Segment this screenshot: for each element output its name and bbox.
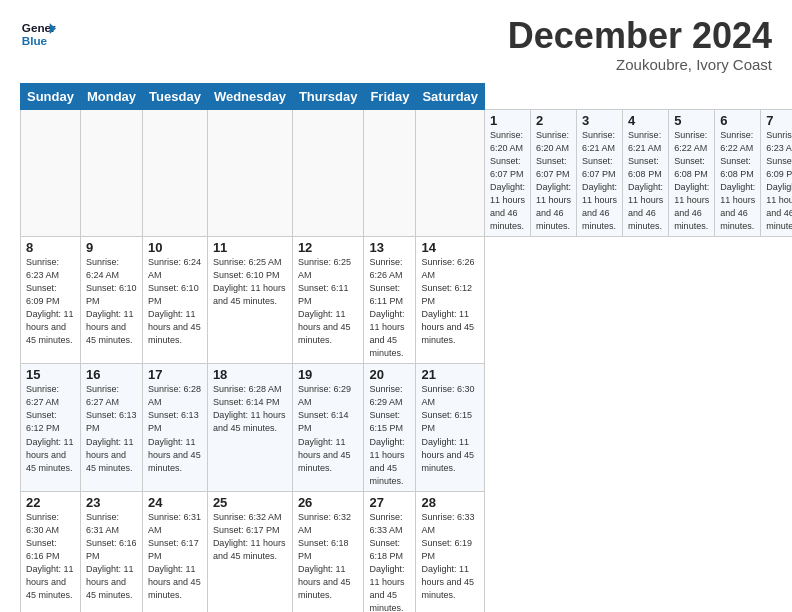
day-number: 27 (369, 495, 410, 510)
day-info: Sunrise: 6:24 AM Sunset: 6:10 PM Dayligh… (86, 256, 137, 347)
calendar-cell: 15Sunrise: 6:27 AM Sunset: 6:12 PM Dayli… (21, 364, 81, 491)
day-number: 8 (26, 240, 75, 255)
day-number: 24 (148, 495, 202, 510)
day-info: Sunrise: 6:20 AM Sunset: 6:07 PM Dayligh… (490, 129, 525, 233)
day-number: 22 (26, 495, 75, 510)
col-monday: Monday (80, 83, 142, 109)
calendar-cell: 12Sunrise: 6:25 AM Sunset: 6:11 PM Dayli… (292, 236, 364, 363)
day-number: 11 (213, 240, 287, 255)
day-number: 6 (720, 113, 755, 128)
calendar-cell (292, 109, 364, 236)
calendar-cell: 17Sunrise: 6:28 AM Sunset: 6:13 PM Dayli… (143, 364, 208, 491)
calendar-cell: 14Sunrise: 6:26 AM Sunset: 6:12 PM Dayli… (416, 236, 485, 363)
calendar-cell: 5Sunrise: 6:22 AM Sunset: 6:08 PM Daylig… (669, 109, 715, 236)
day-number: 17 (148, 367, 202, 382)
page: General Blue December 2024 Zoukoubre, Iv… (0, 0, 792, 612)
calendar-cell (416, 109, 485, 236)
day-info: Sunrise: 6:23 AM Sunset: 6:09 PM Dayligh… (26, 256, 75, 347)
day-info: Sunrise: 6:33 AM Sunset: 6:19 PM Dayligh… (421, 511, 479, 602)
calendar-cell: 22Sunrise: 6:30 AM Sunset: 6:16 PM Dayli… (21, 491, 81, 612)
day-number: 28 (421, 495, 479, 510)
calendar-cell: 9Sunrise: 6:24 AM Sunset: 6:10 PM Daylig… (80, 236, 142, 363)
day-number: 2 (536, 113, 571, 128)
calendar-cell: 11Sunrise: 6:25 AM Sunset: 6:10 PM Dayli… (207, 236, 292, 363)
day-number: 1 (490, 113, 525, 128)
calendar-week-3: 15Sunrise: 6:27 AM Sunset: 6:12 PM Dayli… (21, 364, 793, 491)
col-saturday: Saturday (416, 83, 485, 109)
calendar-cell: 25Sunrise: 6:32 AM Sunset: 6:17 PM Dayli… (207, 491, 292, 612)
calendar-cell: 13Sunrise: 6:26 AM Sunset: 6:11 PM Dayli… (364, 236, 416, 363)
col-tuesday: Tuesday (143, 83, 208, 109)
day-info: Sunrise: 6:27 AM Sunset: 6:13 PM Dayligh… (86, 383, 137, 474)
calendar-cell: 7Sunrise: 6:23 AM Sunset: 6:09 PM Daylig… (761, 109, 792, 236)
day-info: Sunrise: 6:30 AM Sunset: 6:15 PM Dayligh… (421, 383, 479, 474)
calendar-cell (80, 109, 142, 236)
calendar-cell: 1Sunrise: 6:20 AM Sunset: 6:07 PM Daylig… (485, 109, 531, 236)
calendar-cell: 10Sunrise: 6:24 AM Sunset: 6:10 PM Dayli… (143, 236, 208, 363)
col-wednesday: Wednesday (207, 83, 292, 109)
col-friday: Friday (364, 83, 416, 109)
day-info: Sunrise: 6:32 AM Sunset: 6:18 PM Dayligh… (298, 511, 359, 602)
calendar-cell: 21Sunrise: 6:30 AM Sunset: 6:15 PM Dayli… (416, 364, 485, 491)
day-info: Sunrise: 6:20 AM Sunset: 6:07 PM Dayligh… (536, 129, 571, 233)
day-number: 18 (213, 367, 287, 382)
calendar-week-2: 8Sunrise: 6:23 AM Sunset: 6:09 PM Daylig… (21, 236, 793, 363)
day-info: Sunrise: 6:29 AM Sunset: 6:14 PM Dayligh… (298, 383, 359, 474)
day-info: Sunrise: 6:28 AM Sunset: 6:14 PM Dayligh… (213, 383, 287, 435)
calendar-cell (21, 109, 81, 236)
title-block: December 2024 Zoukoubre, Ivory Coast (508, 16, 772, 73)
day-number: 16 (86, 367, 137, 382)
day-info: Sunrise: 6:26 AM Sunset: 6:12 PM Dayligh… (421, 256, 479, 347)
day-info: Sunrise: 6:26 AM Sunset: 6:11 PM Dayligh… (369, 256, 410, 360)
col-thursday: Thursday (292, 83, 364, 109)
day-number: 14 (421, 240, 479, 255)
calendar-cell (143, 109, 208, 236)
day-number: 25 (213, 495, 287, 510)
location: Zoukoubre, Ivory Coast (508, 56, 772, 73)
calendar-cell: 27Sunrise: 6:33 AM Sunset: 6:18 PM Dayli… (364, 491, 416, 612)
logo-icon: General Blue (20, 16, 56, 52)
day-info: Sunrise: 6:30 AM Sunset: 6:16 PM Dayligh… (26, 511, 75, 602)
col-sunday: Sunday (21, 83, 81, 109)
month-title: December 2024 (508, 16, 772, 56)
calendar-cell: 20Sunrise: 6:29 AM Sunset: 6:15 PM Dayli… (364, 364, 416, 491)
day-number: 21 (421, 367, 479, 382)
day-number: 23 (86, 495, 137, 510)
day-number: 20 (369, 367, 410, 382)
day-number: 15 (26, 367, 75, 382)
day-info: Sunrise: 6:23 AM Sunset: 6:09 PM Dayligh… (766, 129, 792, 233)
calendar-cell (207, 109, 292, 236)
day-number: 5 (674, 113, 709, 128)
day-number: 12 (298, 240, 359, 255)
header-row: Sunday Monday Tuesday Wednesday Thursday… (21, 83, 793, 109)
day-number: 7 (766, 113, 792, 128)
calendar-cell: 26Sunrise: 6:32 AM Sunset: 6:18 PM Dayli… (292, 491, 364, 612)
day-number: 4 (628, 113, 663, 128)
calendar-cell: 24Sunrise: 6:31 AM Sunset: 6:17 PM Dayli… (143, 491, 208, 612)
day-info: Sunrise: 6:25 AM Sunset: 6:11 PM Dayligh… (298, 256, 359, 347)
day-info: Sunrise: 6:24 AM Sunset: 6:10 PM Dayligh… (148, 256, 202, 347)
day-number: 3 (582, 113, 617, 128)
day-info: Sunrise: 6:25 AM Sunset: 6:10 PM Dayligh… (213, 256, 287, 308)
calendar-cell: 16Sunrise: 6:27 AM Sunset: 6:13 PM Dayli… (80, 364, 142, 491)
day-number: 10 (148, 240, 202, 255)
calendar-cell: 8Sunrise: 6:23 AM Sunset: 6:09 PM Daylig… (21, 236, 81, 363)
day-info: Sunrise: 6:27 AM Sunset: 6:12 PM Dayligh… (26, 383, 75, 474)
day-info: Sunrise: 6:33 AM Sunset: 6:18 PM Dayligh… (369, 511, 410, 612)
calendar-cell: 4Sunrise: 6:21 AM Sunset: 6:08 PM Daylig… (623, 109, 669, 236)
day-info: Sunrise: 6:21 AM Sunset: 6:08 PM Dayligh… (628, 129, 663, 233)
day-info: Sunrise: 6:29 AM Sunset: 6:15 PM Dayligh… (369, 383, 410, 487)
day-info: Sunrise: 6:21 AM Sunset: 6:07 PM Dayligh… (582, 129, 617, 233)
day-number: 9 (86, 240, 137, 255)
logo: General Blue (20, 16, 56, 52)
calendar-cell: 19Sunrise: 6:29 AM Sunset: 6:14 PM Dayli… (292, 364, 364, 491)
calendar-cell: 23Sunrise: 6:31 AM Sunset: 6:16 PM Dayli… (80, 491, 142, 612)
day-info: Sunrise: 6:22 AM Sunset: 6:08 PM Dayligh… (720, 129, 755, 233)
calendar-week-4: 22Sunrise: 6:30 AM Sunset: 6:16 PM Dayli… (21, 491, 793, 612)
header: General Blue December 2024 Zoukoubre, Iv… (20, 16, 772, 73)
day-info: Sunrise: 6:31 AM Sunset: 6:17 PM Dayligh… (148, 511, 202, 602)
day-number: 26 (298, 495, 359, 510)
calendar-cell: 6Sunrise: 6:22 AM Sunset: 6:08 PM Daylig… (715, 109, 761, 236)
calendar-cell: 2Sunrise: 6:20 AM Sunset: 6:07 PM Daylig… (531, 109, 577, 236)
calendar-week-1: 1Sunrise: 6:20 AM Sunset: 6:07 PM Daylig… (21, 109, 793, 236)
